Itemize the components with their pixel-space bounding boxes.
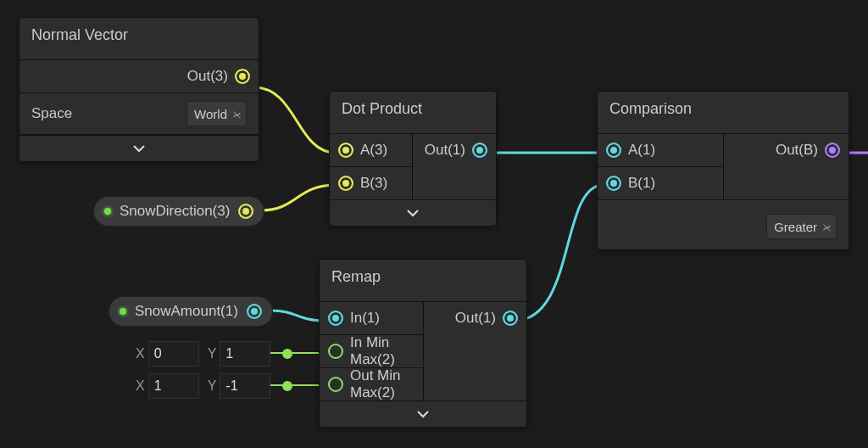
port-in-b-icon[interactable]	[606, 176, 621, 191]
inline-vec2-out-minmax: X Y	[136, 373, 292, 399]
port-in-a-icon[interactable]	[606, 143, 621, 158]
port-label: A(1)	[628, 142, 655, 159]
port-out-icon[interactable]	[247, 304, 262, 319]
port-out-icon[interactable]	[235, 69, 250, 84]
param-label: SnowDirection(3)	[120, 203, 230, 220]
port-in-icon[interactable]	[328, 311, 343, 326]
param-snow-direction[interactable]: SnowDirection(3)	[93, 196, 264, 227]
chevron-down-icon	[406, 206, 420, 220]
node-dot-product[interactable]: Dot Product A(3) B(3) Out(1)	[329, 91, 497, 227]
node-title: Normal Vector	[19, 18, 259, 59]
port-out-icon[interactable]	[825, 143, 840, 158]
property-label-space: Space	[31, 105, 72, 122]
port-label: Out(1)	[425, 142, 465, 159]
in-minmax-x-input[interactable]	[148, 341, 199, 367]
param-indicator-icon	[120, 308, 126, 315]
inline-vec2-in-minmax: X Y	[136, 341, 292, 367]
field-label-y: Y	[208, 346, 217, 361]
field-label-x: X	[136, 378, 145, 394]
comparison-mode-dropdown[interactable]: Greater	[766, 214, 837, 239]
port-label: Out Min Max(2)	[350, 367, 415, 401]
field-label-x: X	[136, 346, 145, 361]
node-expand-toggle[interactable]	[320, 400, 526, 427]
node-normal-vector[interactable]: Normal Vector Out(3) Space World	[19, 17, 259, 162]
param-snow-amount[interactable]: SnowAmount(1)	[108, 296, 273, 327]
node-expand-toggle[interactable]	[330, 199, 496, 226]
port-label: B(3)	[360, 175, 387, 192]
field-label-y: Y	[208, 378, 217, 394]
port-label: In(1)	[350, 310, 380, 327]
param-indicator-icon	[104, 208, 111, 215]
port-out-minmax-icon[interactable]	[328, 377, 343, 392]
port-in-a-icon[interactable]	[338, 143, 353, 158]
node-expand-toggle[interactable]	[19, 135, 259, 161]
port-label: In Min Max(2)	[350, 334, 415, 368]
port-in-b-icon[interactable]	[338, 176, 353, 191]
chevron-down-icon	[416, 407, 430, 421]
port-label: Out(B)	[776, 142, 818, 159]
node-title: Remap	[320, 260, 526, 301]
port-label-out: Out(3)	[187, 68, 228, 85]
port-label: Out(1)	[455, 310, 496, 327]
inline-port-icon[interactable]	[282, 349, 292, 359]
port-in-minmax-icon[interactable]	[328, 344, 343, 359]
space-dropdown[interactable]: World	[186, 101, 247, 126]
out-minmax-y-input[interactable]	[220, 373, 270, 399]
port-out-icon[interactable]	[503, 311, 518, 326]
node-remap[interactable]: Remap In(1) In Min Max(2) Out Min Max(2)…	[319, 259, 527, 428]
port-out-icon[interactable]	[472, 143, 487, 158]
node-title: Comparison	[598, 92, 849, 133]
port-out-icon[interactable]	[238, 204, 253, 219]
node-comparison[interactable]: Comparison A(1) B(1) Out(B) Greater	[597, 91, 849, 250]
chevron-down-icon	[132, 142, 146, 155]
port-label: B(1)	[628, 175, 655, 192]
in-minmax-y-input[interactable]	[220, 341, 270, 367]
node-title: Dot Product	[330, 92, 496, 133]
out-minmax-x-input[interactable]	[148, 373, 199, 399]
port-label: A(3)	[360, 142, 387, 159]
inline-port-icon[interactable]	[282, 381, 292, 391]
param-label: SnowAmount(1)	[135, 303, 238, 320]
